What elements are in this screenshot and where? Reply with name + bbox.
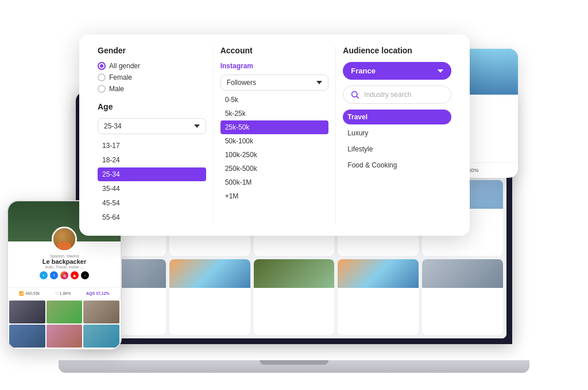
radio-male[interactable]: Male [98,85,206,93]
followers-item-500k-1m[interactable]: 500k-1M [220,176,329,189]
industry-item-food-cooking[interactable]: Food & Cooking [343,158,451,173]
audience-title: Audience location [343,46,451,55]
grid-item [9,301,45,323]
facebook-icon: f [50,271,58,279]
followers-item-5k-25k[interactable]: 5k-25k [220,107,329,120]
radio-circle [98,85,106,93]
chevron-down-icon [316,81,322,84]
feed-card [422,259,503,335]
svg-line-1 [357,96,359,99]
followers-item-0-5k[interactable]: 0-5k [220,93,329,107]
industry-search-box[interactable]: Industry search [343,85,451,104]
phone-engagement: ♡ 1,88% [55,291,71,296]
followers-item-100k-250k[interactable]: 100k-250k [220,148,329,162]
search-icon [350,90,359,99]
instagram-icon: ◎ [60,271,68,279]
industry-item-lifestyle[interactable]: Lifestyle [343,142,451,157]
feed-card [338,259,419,335]
gender-title: Gender [98,46,206,55]
followers-list: 0-5k 5k-25k 25k-50k 50k-100k 100k-250k 2… [220,93,329,203]
phone-location: Spanish, Madrid [15,254,114,258]
scene: English, London Adventure.Escape Beaches… [18,17,570,373]
phone-grid [8,299,121,349]
phone-niche: Auto, Travel, motor ... [15,265,114,269]
grid-item [83,301,119,323]
followers-item-250k-500k[interactable]: 250k-500k [220,162,329,176]
age-item-55-64[interactable]: 55-64 [98,210,206,224]
gender-radio-group: All gender Female Male [98,62,206,93]
industry-item-travel[interactable]: Travel [343,110,451,124]
tiktok-icon: ♪ [81,271,89,279]
age-item-25-34[interactable]: 25-34 [98,167,206,181]
industry-list: Travel Luxury Lifestyle Food & Cooking [343,110,451,173]
phone-avatar [52,227,77,252]
grid-item [9,325,45,348]
age-dropdown[interactable]: 25-34 [98,118,206,134]
radio-all-gender[interactable]: All gender [98,62,206,70]
phone-name: Le backpacker [15,258,114,265]
radio-female[interactable]: Female [98,73,206,81]
followers-label: Followers [227,79,256,87]
phone-aqs: AQS 37,12% [86,291,110,296]
followers-item-1m-plus[interactable]: +1M [220,189,329,203]
radio-circle [98,73,106,81]
age-item-45-54[interactable]: 45-54 [98,196,206,210]
account-subtitle: Instagram [220,62,329,70]
age-item-18-24[interactable]: 18-24 [98,153,206,167]
followers-item-25k-50k[interactable]: 25k-50k [220,120,329,134]
location-dropdown[interactable]: France [343,62,451,80]
industry-item-luxury[interactable]: Luxury [343,126,451,141]
laptop-base [59,360,529,373]
account-section: Account Instagram Followers 0-5k 5k-25k … [214,46,336,224]
search-placeholder: Industry search [364,91,411,99]
phone-stats: 📶 440,55k ♡ 1,88% AQS 37,12% [8,287,121,299]
svg-point-0 [352,92,357,97]
feed-card [254,259,335,335]
grid-item [83,325,119,348]
grid-item [47,301,83,323]
twitter-icon: t [40,271,48,279]
age-item-13-17[interactable]: 13-17 [98,139,206,153]
gender-section: Gender All gender Female Male Age [91,46,214,224]
age-item-35-44[interactable]: 35-44 [98,182,206,196]
audience-section: Audience location France Industry search… [336,46,458,224]
phone-social-icons: t f ◎ ▶ ♪ [15,271,114,279]
chevron-down-icon [438,69,443,73]
age-list: 13-17 18-24 25-34 35-44 45-54 55-64 [98,139,206,224]
grid-item [47,325,83,348]
followers-dropdown[interactable]: Followers [220,75,329,91]
phone-followers: 📶 440,55k [19,291,40,296]
feed-card [169,259,250,335]
chevron-down-icon [194,124,200,128]
followers-item-50k-100k[interactable]: 50k-100k [220,134,329,148]
age-title: Age [98,102,206,111]
account-title: Account [220,46,329,55]
youtube-icon: ▶ [71,271,79,279]
radio-circle [98,62,106,70]
country-label: France [351,67,376,75]
filter-panel: Gender All gender Female Male Age [79,34,470,236]
